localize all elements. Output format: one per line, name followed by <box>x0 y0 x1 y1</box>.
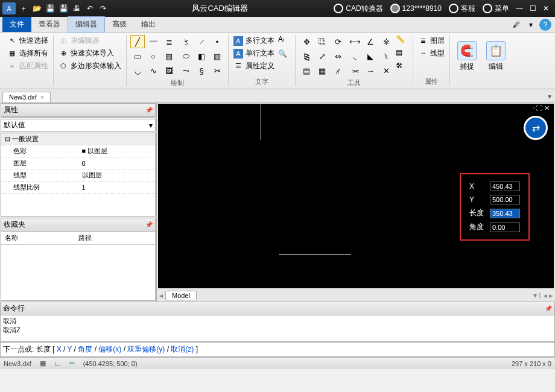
pin-icon[interactable]: 📌 <box>145 107 153 113</box>
point-tool[interactable]: • <box>210 35 224 48</box>
move-tool[interactable]: ✥ <box>299 35 314 48</box>
wave-tool[interactable]: ∿ <box>146 64 160 77</box>
opt-cancel[interactable]: 取消(z) <box>171 345 194 353</box>
spline-tool[interactable]: 〰 <box>146 35 160 48</box>
support-link[interactable]: 客服 <box>449 4 475 14</box>
grid-toggle-icon[interactable]: ▦ <box>40 359 46 367</box>
cmd-input[interactable]: 下一点或: 长度 [ X / Y / 角度 / 偏移(x) / 双重偏移(y) … <box>0 342 555 357</box>
scale-tool[interactable]: ⤢ <box>315 49 329 63</box>
saveas-icon[interactable]: 💾 <box>57 2 70 14</box>
copy-tool[interactable]: ⿻ <box>315 35 329 48</box>
entity-import-button[interactable]: ⊕快速实体导入 <box>57 48 122 59</box>
coord-len-input[interactable] <box>490 209 520 218</box>
coord-y-input[interactable] <box>490 195 520 204</box>
text-style-icon[interactable]: Aᵢ <box>278 35 291 47</box>
array-tool[interactable]: ▦ <box>315 64 329 77</box>
print-icon[interactable]: 🖶 <box>70 2 83 14</box>
coord-ang-input[interactable] <box>490 223 520 232</box>
mtext-button[interactable]: A多行文本 <box>232 35 276 46</box>
prop-row-layer[interactable]: 图层0 <box>1 157 155 169</box>
pin-icon[interactable]: 📌 <box>545 305 552 312</box>
constraint-icon[interactable]: ⇄ <box>524 116 548 140</box>
dim-angle-tool[interactable]: ∠ <box>363 35 378 48</box>
opt-offset[interactable]: 偏移(x) <box>98 345 121 353</box>
break-tool[interactable]: ⑊ <box>379 49 393 63</box>
prop-row-ltype[interactable]: 线型以图层 <box>1 169 155 182</box>
general-section[interactable]: ⊟ 一般设置 <box>1 133 155 145</box>
default-dropdown[interactable]: 默认值▾ <box>1 119 156 131</box>
attrdef-button[interactable]: ☰属性定义 <box>232 60 276 72</box>
canvas-controls[interactable]: ▫ ⛶ ✕ <box>533 105 550 112</box>
prop-row-color[interactable]: 色彩■ 以图层 <box>1 145 155 157</box>
region-tool[interactable]: ◧ <box>194 49 209 63</box>
opt-y[interactable]: Y <box>67 345 72 353</box>
polyline-tool[interactable]: Ⳅ <box>179 35 193 48</box>
dim-linear-tool[interactable]: ⟷ <box>347 35 362 48</box>
join-tool[interactable]: ⫘ <box>347 64 362 77</box>
model-tab[interactable]: Model <box>165 291 197 300</box>
converter-link[interactable]: CAD转换器 <box>334 4 382 14</box>
snap-toggle-icon[interactable]: ✏ <box>69 359 75 367</box>
linetype-button[interactable]: ┄线型 <box>417 48 446 59</box>
calc-tool[interactable]: ▤ <box>396 48 409 60</box>
pin-icon[interactable]: 📌 <box>145 221 153 228</box>
layer-button[interactable]: ≣图层 <box>417 35 446 46</box>
minimize-button[interactable]: — <box>513 2 526 14</box>
close-tab-icon[interactable]: × <box>40 93 44 101</box>
new-icon[interactable]: ＋ <box>17 2 30 14</box>
text-find-icon[interactable]: 🔍 <box>278 49 291 62</box>
path-tool[interactable]: ⟋ <box>194 35 209 48</box>
tab-advanced[interactable]: 高级 <box>105 17 134 32</box>
lines-tool[interactable]: ≣ <box>162 35 176 48</box>
ortho-toggle-icon[interactable]: ∟ <box>54 360 61 367</box>
hatch-tool[interactable]: ▨ <box>162 49 176 63</box>
open-icon[interactable]: 📂 <box>30 2 43 14</box>
prev-tab-icon[interactable]: ◂ <box>159 291 163 300</box>
drawing-canvas[interactable]: ▫ ⛶ ✕ ⇄ X Y 长度 角度 <box>158 104 554 288</box>
tab-menu-icon[interactable]: ▾ ⁞ ◂ ▸ <box>533 291 553 300</box>
image-tool[interactable]: 🖼 <box>162 64 176 77</box>
chamfer-tool[interactable]: ◣ <box>363 49 378 63</box>
stretch-tool[interactable]: ⇔ <box>331 49 345 63</box>
erase-tool[interactable]: ✕ <box>379 64 393 77</box>
select-all-button[interactable]: ▦选择所有 <box>6 48 49 59</box>
help-icon[interactable]: ? <box>539 19 551 31</box>
redo-icon[interactable]: ↷ <box>97 2 110 14</box>
quick-select-button[interactable]: ↖快速选择 <box>6 35 49 46</box>
toolbar-options-icon[interactable]: 🖉 <box>510 19 522 31</box>
line-tool[interactable]: ╱ <box>130 35 145 48</box>
rotate-tool[interactable]: ⟳ <box>331 35 345 48</box>
undo-icon[interactable]: ↶ <box>83 2 97 14</box>
align-tool[interactable]: ▤ <box>299 64 314 77</box>
opt-angle[interactable]: 角度 <box>78 345 92 353</box>
tab-viewer[interactable]: 查看器 <box>31 17 68 32</box>
trim-tool[interactable]: ✂ <box>210 64 224 77</box>
props-tool[interactable]: 🛠 <box>396 62 409 74</box>
rect-tool[interactable]: ▭ <box>130 49 145 63</box>
mirror-tool[interactable]: ⧎ <box>299 49 314 63</box>
opt-x[interactable]: X <box>57 345 62 353</box>
explode-tool[interactable]: ※ <box>379 35 393 48</box>
close-button[interactable]: ✕ <box>539 2 553 14</box>
ellipse-tool[interactable]: ⬭ <box>179 49 193 63</box>
offset-tool[interactable]: ⫽ <box>331 64 345 77</box>
tab-file[interactable]: 文件 <box>2 17 31 32</box>
maximize-button[interactable]: ☐ <box>526 2 539 14</box>
opt-doffset[interactable]: 双重偏移(y) <box>127 345 165 353</box>
file-tab[interactable]: New3.dxf× <box>2 92 51 102</box>
tab-output[interactable]: 输出 <box>134 17 163 32</box>
helix-tool[interactable]: § <box>194 64 209 77</box>
prop-row-lscale[interactable]: 线型比例1 <box>1 182 155 194</box>
coord-x-input[interactable] <box>490 182 520 191</box>
table-tool[interactable]: ▥ <box>210 49 224 63</box>
tab-editor[interactable]: 编辑器 <box>68 16 105 33</box>
save-icon[interactable]: 💾 <box>43 2 57 14</box>
snap-button[interactable]: 🧲捕捉 <box>454 35 480 78</box>
menu-link[interactable]: 菜单 <box>483 4 509 14</box>
fillet-tool[interactable]: ◟ <box>347 49 362 63</box>
extend-tool[interactable]: → <box>363 64 378 77</box>
measure-tool[interactable]: 📏 <box>396 35 409 47</box>
dropdown-icon[interactable]: ▾ <box>525 19 537 31</box>
circle-tool[interactable]: ○ <box>146 49 160 63</box>
text-button[interactable]: A单行文本 <box>232 48 276 59</box>
